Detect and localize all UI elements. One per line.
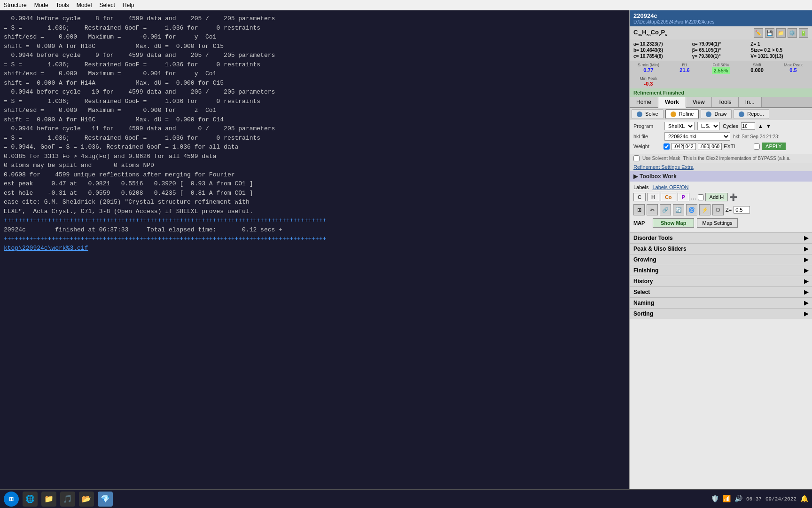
taskbar-explorer[interactable]: 📁 <box>41 492 56 507</box>
taskbar-time: 06:37 <box>746 496 762 502</box>
taskbar-tray: 🛡️ 📶 🔊 06:37 09/24/2022 🔔 <box>711 495 808 503</box>
battery-icon: 🔋 <box>799 28 808 38</box>
add-h-check[interactable] <box>698 194 704 200</box>
terminal-line: 0.0944 before cycle 11 for 4599 data and… <box>4 124 625 134</box>
map-settings-button[interactable]: Map Settings <box>697 218 737 228</box>
menu-model[interactable]: Model <box>77 2 92 8</box>
solvent-mask-checkbox[interactable] <box>633 155 640 161</box>
terminal-output[interactable]: 0.0944 before cycle 8 for 4599 data and … <box>0 10 629 489</box>
taskbar-music[interactable]: 🎵 <box>60 492 75 507</box>
terminal-cif-link[interactable]: ktop\220924c\work%3.cif <box>4 244 625 253</box>
tray-notification[interactable]: 🔔 <box>800 495 808 503</box>
tray-network[interactable]: 📶 <box>723 495 731 503</box>
subtab-solve[interactable]: Solve <box>632 109 664 119</box>
disorder-tools-header[interactable]: Disorder Tools ▶ <box>630 232 812 243</box>
hkl-info: hkl: Sat Sep 24 21:23: <box>733 134 779 139</box>
taskbar-olex[interactable]: 💎 <box>98 492 113 507</box>
tab-work[interactable]: Work <box>658 97 686 108</box>
weight-val2: .060|.060 <box>698 143 722 150</box>
peak-uiso-header[interactable]: Peak & Uiso Sliders ▶ <box>630 243 812 254</box>
add-h-arrow[interactable]: ➕ <box>729 193 737 201</box>
tray-volume[interactable]: 🔊 <box>734 495 742 503</box>
growing-label: Growing <box>633 256 656 263</box>
elem-btn-H[interactable]: H <box>647 193 659 201</box>
elem-more-btn[interactable]: ... <box>691 193 696 201</box>
menu-select[interactable]: Select <box>99 2 115 8</box>
down-arrow[interactable]: ▼ <box>766 123 771 129</box>
subtab-report[interactable]: Repo... <box>734 109 769 119</box>
toolbox-content: Labels Labels OFF/ON C H Co P ... Add H … <box>630 182 812 232</box>
weight-val1: .042|.042 <box>671 143 696 150</box>
menu-structure[interactable]: Structure <box>4 2 27 8</box>
taskbar-chrome[interactable]: 🌐 <box>23 492 38 507</box>
ref-settings-link[interactable]: Refinement Settings Extra <box>630 163 812 171</box>
tab-home[interactable]: Home <box>630 97 658 107</box>
terminal-line: est peak 0.47 at 0.0821 0.5516 0.3920 [ … <box>4 179 625 189</box>
start-button[interactable]: ⊞ <box>4 492 19 507</box>
z-input[interactable] <box>734 206 750 214</box>
add-h-button[interactable]: Add H <box>705 193 728 201</box>
toolbox-work-header[interactable]: ▶ Toolbox Work <box>630 171 812 182</box>
terminal-line: 0.0608 for 4599 unique reflections after… <box>4 170 625 180</box>
menu-tools[interactable]: Tools <box>56 2 69 8</box>
refinement-finished-label: Refinement Finished <box>630 88 812 97</box>
program-row: Program ShelXL L.S. Cycles ▲ ▼ <box>633 122 808 130</box>
labels-row: Labels Labels OFF/ON <box>633 184 808 190</box>
disorder-chevron: ▶ <box>804 235 808 241</box>
nav-tabs: Home Work View Tools In... <box>630 97 812 108</box>
taskbar-folder[interactable]: 📂 <box>79 492 94 507</box>
ls-select[interactable]: L.S. <box>697 122 720 130</box>
subtab-draw[interactable]: Draw <box>701 109 732 119</box>
labels-toggle[interactable]: Labels OFF/ON <box>652 184 688 190</box>
menu-help[interactable]: Help <box>123 2 134 8</box>
finishing-label: Finishing <box>633 267 658 274</box>
toolbar-icon-6[interactable]: ⚡ <box>699 204 710 215</box>
toolbar-icon-2[interactable]: ✂ <box>647 204 658 215</box>
cycles-label: Cycles <box>723 123 738 129</box>
menu-mode[interactable]: Mode <box>34 2 48 8</box>
hkl-select[interactable]: 220924c.hkl <box>664 132 730 141</box>
z-label: Z= <box>726 207 732 213</box>
terminal-line: shift = 0.000 A for H16C Max. dU = 0.000… <box>4 115 625 125</box>
apply-button[interactable]: APPLY <box>762 143 786 150</box>
toolbar-icon-4[interactable]: 🔄 <box>673 204 684 215</box>
taskbar-date: 09/24/2022 <box>765 496 796 502</box>
naming-header[interactable]: Naming ▶ <box>630 297 812 308</box>
program-select[interactable]: ShelXL <box>664 122 695 130</box>
rp-header: 220924c D:\Desktop\220924c\work\220924c.… <box>630 10 812 26</box>
taskbar: ⊞ 🌐 📁 🎵 📂 💎 🛡️ 📶 🔊 06:37 09/24/2022 🔔 <box>0 489 812 508</box>
folder-icon[interactable]: 📁 <box>776 28 786 38</box>
toolbar-icon-1[interactable]: ⊞ <box>633 204 645 215</box>
terminal-line: = S = 1.036; Restrained GooF = 1.036 for… <box>4 134 625 143</box>
save-icon[interactable]: 💾 <box>765 28 774 38</box>
show-map-button[interactable]: Show Map <box>653 218 694 228</box>
terminal-line: ease cite: G.M. Sheldrick (2015) "Crysta… <box>4 198 625 207</box>
exti-check[interactable] <box>754 143 760 150</box>
tab-view[interactable]: View <box>686 97 712 107</box>
cycles-input[interactable] <box>741 122 755 130</box>
elem-btn-C[interactable]: C <box>633 193 646 201</box>
param-alpha: α= 79.094(1)° <box>692 41 750 47</box>
weight-check[interactable] <box>664 143 670 150</box>
terminal-line: shift = 0.000 A for H14A Max. dU = 0.000… <box>4 79 625 88</box>
subtab-refine[interactable]: Refine <box>665 109 699 119</box>
growing-header[interactable]: Growing ▶ <box>630 254 812 265</box>
toolbar-icon-5[interactable]: 🌀 <box>686 204 697 215</box>
toolbar-icon-7[interactable]: ⬡ <box>712 204 724 215</box>
elem-btn-Co[interactable]: Co <box>661 193 676 201</box>
tray-shield[interactable]: 🛡️ <box>711 495 719 503</box>
sorting-header[interactable]: Sorting ▶ <box>630 308 812 319</box>
toolbar-icon-3[interactable]: 🔗 <box>660 204 671 215</box>
elem-btn-P[interactable]: P <box>678 193 689 201</box>
param-a: a= 10.2323(7) <box>633 41 691 47</box>
tab-info[interactable]: In... <box>739 97 762 107</box>
finishing-header[interactable]: Finishing ▶ <box>630 265 812 276</box>
select-header[interactable]: Select ▶ <box>630 286 812 297</box>
settings-icon[interactable]: ⚙️ <box>788 28 797 38</box>
tab-tools[interactable]: Tools <box>712 97 739 107</box>
history-header[interactable]: History ▶ <box>630 276 812 286</box>
terminal-line: = 0.0944, GooF = S = 1.036, Restrained G… <box>4 143 625 152</box>
up-arrow[interactable]: ▲ <box>758 123 763 129</box>
edit-icon[interactable]: ✏️ <box>754 28 763 38</box>
hkl-label: hkl file <box>633 134 662 139</box>
